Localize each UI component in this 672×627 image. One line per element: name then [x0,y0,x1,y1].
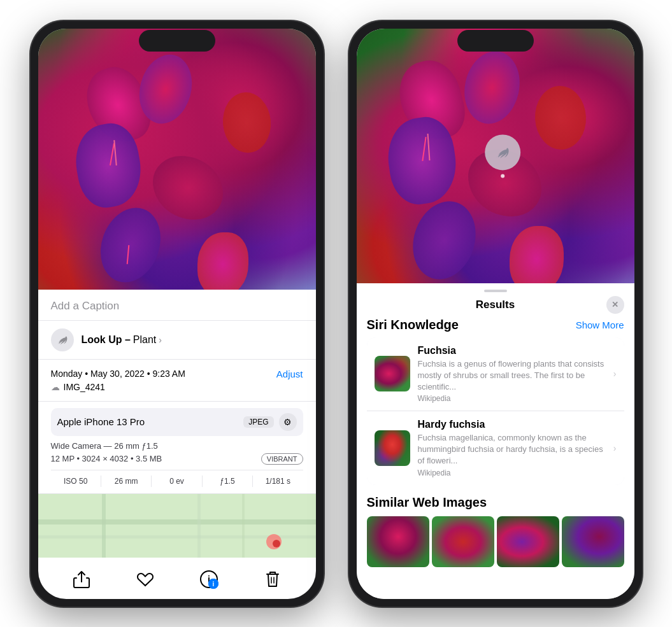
exif-aperture: ƒ1.5 [203,476,253,487]
web-images-title: Similar Web Images [367,495,624,510]
lookup-bold: Look Up – [82,334,131,346]
share-button[interactable] [72,570,91,589]
svg-rect-5 [242,494,245,558]
hardy-chevron: › [613,443,617,453]
fuchsia-desc: Fuchsia is a genus of flowering plants t… [418,358,606,393]
left-phone: Add a Caption Look Up – Plant › Monday •… [31,21,324,607]
device-name: Apple iPhone 13 Pro [57,416,145,427]
fuchsia-thumbnail [375,356,410,391]
hardy-thumbnail [375,430,410,466]
mp-text: 12 MP • 3024 × 4032 • 3.5 MB [51,454,162,463]
show-more-button[interactable]: Show More [576,320,624,330]
info-button[interactable]: i i [199,570,218,589]
vibrant-badge: VIBRANT [261,453,303,465]
lookup-icon [51,328,74,351]
lookup-dot [501,174,504,178]
siri-knowledge-header: Siri Knowledge Show More [367,318,624,332]
svg-rect-1 [38,519,316,525]
exif-shutter: 1/181 s [253,476,303,487]
results-sheet: Results ✕ Siri Knowledge Show More [357,283,634,599]
exif-mm: 26 mm [101,476,152,487]
exif-ev: 0 ev [152,476,202,487]
exif-iso: ISO 50 [51,476,101,487]
left-toolbar: i i [38,570,316,589]
siri-knowledge-section: Siri Knowledge Show More Fuchsia Fuchsia… [357,318,634,486]
web-thumb-4[interactable] [562,516,624,567]
dynamic-island [139,30,215,52]
delete-button[interactable] [263,570,282,589]
web-thumb-3[interactable] [497,516,559,567]
fuchsia-chevron: › [613,369,617,379]
caption-area[interactable]: Add a Caption [38,290,316,321]
svg-rect-4 [197,494,201,558]
meta-section: Monday • May 30, 2022 • 9:23 AM Adjust ☁… [38,360,316,402]
lookup-type: Plant [133,334,156,346]
results-close-button[interactable]: ✕ [606,296,624,314]
left-screen: Add a Caption Look Up – Plant › Monday •… [38,29,316,599]
lookup-row[interactable]: Look Up – Plant › [38,321,316,360]
device-badges: JPEG ⚙ [243,413,296,431]
filename: IMG_4241 [64,382,105,392]
knowledge-card: Fuchsia Fuchsia is a genus of flowering … [367,337,624,485]
fuchsia-title: Fuchsia [418,345,606,356]
knowledge-item-hardy[interactable]: Hardy fuchsia Fuchsia magellanica, commo… [367,411,624,485]
lookup-chevron: › [159,335,162,345]
map-area[interactable] [38,494,316,558]
knowledge-item-fuchsia[interactable]: Fuchsia Fuchsia is a genus of flowering … [367,337,624,412]
svg-point-7 [273,540,280,547]
hardy-source: Wikipedia [418,468,606,477]
results-title: Results [476,299,515,311]
flower-image-left [38,29,316,290]
web-images-grid [367,516,624,567]
photo-area-right[interactable] [357,29,634,283]
web-images-section: Similar Web Images [357,495,634,567]
exif-row: ISO 50 26 mm 0 ev ƒ1.5 1/181 s [51,470,303,487]
right-screen: Results ✕ Siri Knowledge Show More [357,29,634,599]
jpeg-badge: JPEG [243,416,273,428]
favorite-button[interactable] [136,570,155,589]
hardy-title: Hardy fuchsia [418,419,606,430]
svg-rect-3 [102,494,106,558]
adjust-button[interactable]: Adjust [276,369,303,379]
meta-date: Monday • May 30, 2022 • 9:23 AM [51,369,185,379]
caption-placeholder: Add a Caption [51,300,120,312]
fuchsia-text: Fuchsia Fuchsia is a genus of flowering … [418,345,606,404]
right-phone: Results ✕ Siri Knowledge Show More [349,21,642,607]
visual-lookup-button[interactable] [485,134,520,170]
dynamic-island-right [457,30,534,52]
web-thumb-1[interactable] [367,516,429,567]
lookup-label: Look Up – Plant › [82,334,162,346]
hardy-desc: Fuchsia magellanica, commonly known as t… [418,432,606,467]
device-section: Apple iPhone 13 Pro JPEG ⚙ Wide Camera —… [38,402,316,494]
home-indicator-left [136,592,218,595]
svg-text:i: i [212,581,214,588]
home-indicator-right [454,592,537,595]
results-header: Results ✕ [357,292,634,318]
meta-filename-row: ☁ IMG_4241 [51,382,303,392]
device-row: Apple iPhone 13 Pro JPEG ⚙ [51,408,303,436]
siri-knowledge-title: Siri Knowledge [367,318,459,332]
camera-specs: Wide Camera — 26 mm ƒ1.5 [51,441,303,451]
web-thumb-2[interactable] [432,516,494,567]
photo-area-left[interactable] [38,29,316,290]
cloud-icon: ☁ [51,382,60,392]
hardy-text: Hardy fuchsia Fuchsia magellanica, commo… [418,419,606,477]
fuchsia-source: Wikipedia [418,394,606,403]
gear-icon: ⚙ [279,413,297,431]
